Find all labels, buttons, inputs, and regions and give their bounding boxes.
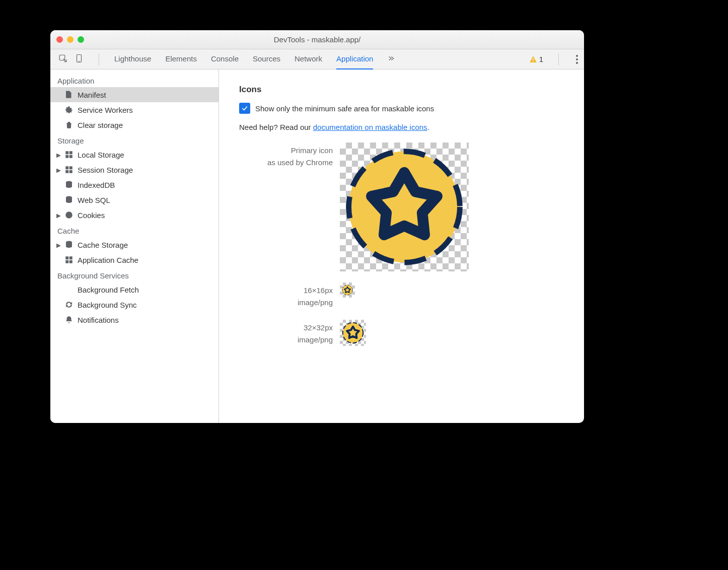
sidebar-item-label: Clear storage: [78, 121, 123, 129]
trash-icon: [64, 120, 74, 129]
grid-icon: [64, 165, 74, 174]
grid-icon: [64, 255, 74, 264]
sidebar-item-label: Application Cache: [78, 256, 138, 264]
more-menu-icon[interactable]: [574, 53, 580, 66]
icon-entry: 32×32pximage/png: [239, 320, 564, 346]
sidebar-item-clear-storage[interactable]: Clear storage: [50, 117, 219, 132]
tabs-overflow-icon[interactable]: [387, 55, 394, 63]
icon-preview: [340, 142, 469, 271]
svg-rect-1: [77, 55, 82, 62]
sidebar-item-label: Service Workers: [78, 106, 133, 114]
devtools-window: DevTools - maskable.app/ Lighthouse Elem…: [50, 30, 584, 423]
sidebar-item-web-sql[interactable]: Web SQL: [50, 192, 219, 207]
svg-rect-4: [533, 61, 533, 61]
sidebar-item-application-cache[interactable]: Application Cache: [50, 252, 219, 267]
expand-arrow-icon[interactable]: [56, 241, 61, 249]
section-title: Storage: [50, 132, 219, 147]
icon-entry-labels: 32×32pximage/png: [239, 320, 340, 346]
file-icon: [64, 90, 74, 99]
warnings-badge[interactable]: 1: [529, 55, 543, 63]
section-title: Cache: [50, 223, 219, 237]
sync-icon: [64, 300, 74, 309]
tab-application[interactable]: Application: [336, 49, 373, 69]
gear-icon: [64, 105, 74, 114]
sidebar-item-background-sync[interactable]: Background Sync: [50, 297, 219, 312]
icon-preview: [340, 320, 366, 346]
sidebar-item-background-fetch[interactable]: Background Fetch: [50, 282, 219, 297]
device-toggle-icon[interactable]: [75, 54, 84, 64]
window-title: DevTools - maskable.app/: [50, 35, 584, 44]
safe-area-checkbox-label: Show only the minimum safe area for mask…: [255, 104, 434, 113]
section-title: Application: [50, 73, 219, 87]
sidebar-item-local-storage[interactable]: Local Storage: [50, 147, 219, 162]
tab-sources[interactable]: Sources: [253, 49, 280, 69]
svg-rect-3: [533, 58, 533, 60]
sidebar-item-label: Cookies: [78, 211, 105, 220]
icon-entry-labels: 16×16pximage/png: [239, 282, 340, 309]
help-text: Need help? Read our documentation on mas…: [239, 123, 564, 131]
warnings-count: 1: [539, 55, 543, 63]
expand-arrow-icon[interactable]: [56, 211, 61, 220]
tab-lighthouse[interactable]: Lighthouse: [114, 49, 151, 69]
db-icon: [64, 240, 74, 249]
help-link[interactable]: documentation on maskable icons: [313, 123, 427, 131]
expand-arrow-icon[interactable]: [56, 151, 61, 159]
sidebar-item-label: Web SQL: [78, 196, 110, 204]
icon-preview: [340, 282, 355, 298]
titlebar: DevTools - maskable.app/: [50, 30, 584, 49]
db-icon: [64, 180, 74, 189]
bell-icon: [64, 315, 74, 324]
expand-arrow-icon[interactable]: [56, 166, 61, 174]
sidebar-item-session-storage[interactable]: Session Storage: [50, 162, 219, 177]
devtools-tabstrip: Lighthouse Elements Console Sources Netw…: [50, 49, 584, 69]
separator: [558, 53, 559, 65]
sidebar-item-label: Local Storage: [78, 151, 124, 159]
sidebar-item-label: Session Storage: [78, 166, 133, 174]
db-icon: [64, 195, 74, 204]
tab-network[interactable]: Network: [295, 49, 322, 69]
sidebar-item-indexeddb[interactable]: IndexedDB: [50, 177, 219, 192]
sidebar-item-service-workers[interactable]: Service Workers: [50, 102, 219, 117]
inspect-icon[interactable]: [58, 54, 67, 64]
icon-entry: Primary iconas used by Chrome: [239, 142, 564, 271]
icon-entry-labels: Primary iconas used by Chrome: [239, 142, 340, 169]
sidebar-item-label: Manifest: [78, 91, 106, 99]
manifest-panel: Icons Show only the minimum safe area fo…: [219, 69, 584, 423]
section-heading: Icons: [239, 85, 564, 95]
sidebar-item-manifest[interactable]: Manifest: [50, 87, 219, 102]
cookie-icon: [64, 210, 74, 220]
separator: [99, 53, 99, 65]
grid-icon: [64, 150, 74, 159]
application-sidebar: ApplicationManifestService WorkersClear …: [50, 69, 219, 423]
sidebar-item-label: Background Fetch: [78, 286, 139, 294]
safe-area-checkbox[interactable]: [239, 103, 250, 114]
tab-elements[interactable]: Elements: [165, 49, 197, 69]
section-title: Background Services: [50, 267, 219, 282]
sidebar-item-label: IndexedDB: [78, 181, 115, 189]
sidebar-item-label: Notifications: [78, 316, 119, 324]
sidebar-item-notifications[interactable]: Notifications: [50, 312, 219, 327]
sidebar-item-label: Background Sync: [78, 301, 137, 309]
sidebar-item-cache-storage[interactable]: Cache Storage: [50, 237, 219, 252]
fetch-icon: [64, 285, 74, 294]
sidebar-item-label: Cache Storage: [78, 241, 128, 249]
icon-entry: 16×16pximage/png: [239, 282, 564, 309]
tab-console[interactable]: Console: [211, 49, 239, 69]
sidebar-item-cookies[interactable]: Cookies: [50, 207, 219, 223]
